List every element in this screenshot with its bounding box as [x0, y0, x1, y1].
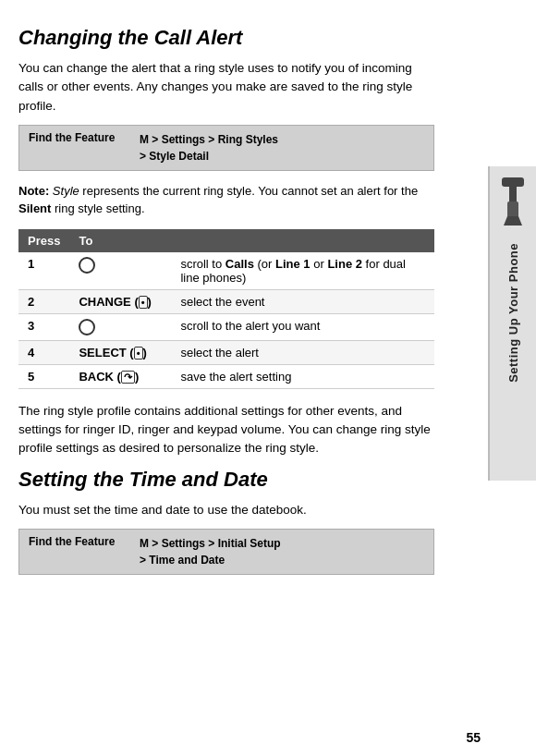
page-container: Changing the Call Alert You can change t… [0, 0, 536, 756]
sidebar-label: Setting Up Your Phone [506, 243, 520, 383]
row5-press: BACK (↷) [69, 364, 171, 388]
section1-body: You can change the alert that a ring sty… [18, 59, 434, 116]
feature-path-line2: > Style Detail [140, 150, 209, 163]
row5-num: 5 [18, 364, 69, 388]
row4-num: 4 [18, 340, 69, 364]
feature-label-1: Find the Feature [29, 131, 130, 144]
feature-path-line1: M > Settings > Ring Styles [140, 133, 278, 146]
feature-box-2: Find the Feature M > Settings > Initial … [18, 529, 434, 575]
table-row: 5 BACK (↷) save the alert setting [18, 364, 434, 388]
note-text: Note: Style represents the current ring … [18, 182, 434, 218]
table-row: 3 scroll to the alert you want [18, 313, 434, 340]
table-header-to: To [69, 229, 434, 252]
page-number: 55 [466, 730, 481, 745]
section2-title: Setting the Time and Date [18, 468, 434, 492]
table-row: 4 SELECT (•) select the alert [18, 340, 434, 364]
note-suffix: ring style setting. [51, 201, 144, 215]
row2-press: CHANGE (•) [69, 289, 171, 313]
sidebar-tab: Setting Up Your Phone [488, 166, 536, 481]
row3-num: 3 [18, 313, 69, 340]
section2-body: You must set the time and date to use th… [18, 501, 434, 519]
feature-label-2: Find the Feature [29, 535, 130, 548]
note-silent: Silent [18, 201, 51, 215]
row5-to: save the alert setting [171, 364, 434, 388]
wrench-icon [494, 176, 531, 226]
note-style-italic: Style [53, 184, 79, 198]
row1-num: 1 [18, 252, 69, 290]
svg-rect-1 [502, 177, 524, 187]
row1-press [69, 252, 171, 290]
svg-marker-3 [504, 216, 522, 226]
paragraph2: The ring style profile contains addition… [18, 402, 434, 458]
feature-path-1: M > Settings > Ring Styles > Style Detai… [140, 131, 278, 165]
table-row: 2 CHANGE (•) select the event [18, 289, 434, 313]
feature-path2-line2: > Time and Date [140, 554, 225, 567]
row2-to: select the event [171, 289, 434, 313]
row3-to: scroll to the alert you want [171, 313, 434, 340]
main-content: Changing the Call Alert You can change t… [0, 17, 490, 595]
feature-box-1: Find the Feature M > Settings > Ring Sty… [18, 125, 434, 171]
feature-path-2: M > Settings > Initial Setup > Time and … [140, 535, 281, 568]
row1-to: scroll to Calls (or Line 1 or Line 2 for… [171, 252, 434, 290]
note-body: represents the current ring style. You c… [79, 184, 418, 198]
section1-title: Changing the Call Alert [18, 26, 434, 50]
press-table: Press To 1 scroll to Calls (or Line 1 or… [18, 229, 434, 389]
table-header-press: Press [18, 229, 69, 252]
row4-to: select the alert [171, 340, 434, 364]
note-bold: Note: [18, 184, 49, 198]
row3-press [69, 313, 171, 340]
table-row: 1 scroll to Calls (or Line 1 or Line 2 f… [18, 252, 434, 290]
feature-path2-line1: M > Settings > Initial Setup [140, 537, 281, 550]
row2-num: 2 [18, 289, 69, 313]
row4-press: SELECT (•) [69, 340, 171, 364]
